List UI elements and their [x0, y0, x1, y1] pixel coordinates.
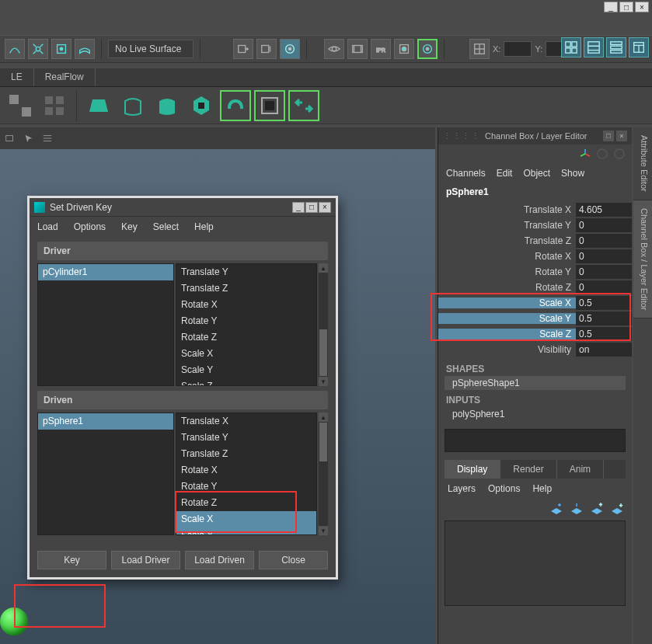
layer-new-icon[interactable] [549, 502, 563, 514]
vp-select-icon[interactable] [22, 131, 36, 145]
list-item[interactable]: Rotate Y [176, 313, 316, 329]
channel-value-input[interactable] [576, 218, 632, 232]
menu-load[interactable]: Load [37, 221, 58, 232]
layers-list[interactable] [445, 520, 626, 606]
render-target-icon[interactable] [417, 39, 438, 59]
dialog-close-button[interactable]: × [319, 202, 331, 213]
channel-value-input[interactable] [576, 249, 632, 263]
channel-label[interactable]: Visibility [438, 344, 576, 355]
list-item[interactable]: pCylinder1 [38, 264, 173, 280]
object-name[interactable]: pSphere1 [438, 183, 632, 200]
menu-show[interactable]: Show [561, 168, 584, 179]
list-item[interactable]: Scale Y [176, 527, 316, 535]
list-item[interactable]: Scale X [176, 511, 316, 527]
tab-display[interactable]: Display [445, 460, 500, 479]
channel-value-input[interactable] [576, 312, 632, 325]
window-min-button[interactable]: _ [604, 2, 618, 12]
close-button[interactable]: Close [259, 551, 328, 569]
list-item[interactable]: Translate Y [176, 264, 316, 280]
fluid-swap-icon[interactable] [288, 90, 319, 121]
expression-field[interactable] [445, 429, 626, 452]
list-item[interactable]: Rotate X [176, 297, 316, 313]
driven-object-list[interactable]: pSphere1 [37, 413, 174, 535]
channel-label[interactable]: Translate Z [438, 235, 576, 246]
channel-label[interactable]: Translate X [438, 204, 576, 215]
scrollbar[interactable]: ▲ ▼ [319, 413, 328, 535]
tab-le[interactable]: LE [0, 68, 34, 86]
circle-icon[interactable] [596, 148, 608, 160]
scroll-down-icon[interactable]: ▼ [319, 526, 328, 535]
coord-x-input[interactable] [504, 41, 532, 57]
tool-settings-icon[interactable] [606, 37, 626, 57]
channel-value-input[interactable] [576, 203, 632, 217]
list-item[interactable]: Rotate X [176, 462, 316, 479]
fluid-connect-icon[interactable] [220, 90, 251, 121]
menu-channels[interactable]: Channels [446, 168, 486, 179]
layer-add-icon[interactable] [570, 502, 584, 514]
drag-handle-icon[interactable]: ⋮⋮⋮⋮ [443, 131, 480, 141]
film-icon[interactable] [347, 39, 368, 59]
panel-layout-icon[interactable] [584, 37, 604, 57]
snap-point-icon[interactable] [28, 39, 48, 59]
construction-history-icon[interactable] [233, 39, 253, 59]
fluid-container-icon[interactable] [117, 90, 148, 121]
snap-surface-icon[interactable] [75, 39, 95, 59]
vp-menu-icon[interactable] [40, 131, 54, 145]
scrollbar[interactable]: ▲ ▼ [319, 263, 328, 386]
grid-layout-icon[interactable] [561, 37, 581, 57]
scroll-thumb[interactable] [319, 423, 327, 461]
ipr-icon[interactable]: IPR [371, 39, 391, 59]
channel-value-input[interactable] [576, 343, 632, 357]
list-item[interactable]: Scale Y [176, 362, 316, 378]
object-sphere[interactable] [0, 607, 28, 635]
fluid-killvol-icon[interactable] [152, 90, 183, 121]
render-icon[interactable] [394, 39, 414, 59]
fluid-playback-icon[interactable] [254, 90, 285, 121]
layer-down-icon[interactable] [610, 502, 624, 514]
list-item[interactable]: Translate Y [176, 430, 316, 446]
panel-dock-icon[interactable]: □ [603, 131, 614, 141]
menu-layers[interactable]: Layers [448, 483, 476, 494]
snap-grid-icon[interactable] [51, 39, 71, 59]
driver-attr-list[interactable]: Translate YTranslate ZRotate XRotate YRo… [176, 263, 317, 386]
channel-value-input[interactable] [576, 327, 632, 341]
driver-object-list[interactable]: pCylinder1 [37, 263, 174, 386]
channel-label[interactable]: Rotate Z [438, 282, 576, 293]
list-item[interactable]: Scale X [176, 346, 316, 362]
tab-anim[interactable]: Anim [557, 460, 604, 479]
load-driven-button[interactable]: Load Driven [185, 551, 254, 569]
channel-value-input[interactable] [576, 234, 632, 248]
driven-attr-list[interactable]: Translate XTranslate YTranslate ZRotate … [176, 413, 317, 535]
menu-options[interactable]: Options [74, 221, 106, 232]
key-button[interactable]: Key [37, 551, 106, 569]
channel-value-input[interactable] [576, 296, 632, 310]
channel-label[interactable]: Rotate Y [438, 266, 576, 277]
menu-help[interactable]: Help [532, 483, 552, 494]
snap-curve-icon[interactable] [5, 39, 25, 59]
vp-camera-icon[interactable] [3, 131, 17, 145]
list-item[interactable]: Translate X [176, 413, 316, 430]
shelf-layout-icon[interactable] [5, 90, 36, 121]
menu-help[interactable]: Help [194, 221, 214, 232]
shelf-grid-icon[interactable] [39, 90, 70, 121]
scroll-thumb[interactable] [319, 329, 327, 376]
list-item[interactable]: Rotate Y [176, 479, 316, 495]
menu-object[interactable]: Object [523, 168, 550, 179]
scroll-up-icon[interactable]: ▲ [319, 263, 328, 273]
eye-icon[interactable] [324, 39, 344, 59]
channel-label[interactable]: Rotate X [438, 251, 576, 262]
channel-label[interactable]: Translate Y [438, 220, 576, 231]
fluid-solver-icon[interactable] [186, 90, 217, 121]
layer-up-icon[interactable] [590, 502, 604, 514]
list-item[interactable]: Rotate Z [176, 495, 316, 511]
list-item[interactable]: Translate Z [176, 280, 316, 297]
side-tab-attribute-editor[interactable]: Attribute Editor [633, 127, 652, 200]
render-settings-icon[interactable] [280, 39, 300, 59]
channel-label[interactable]: Scale X [438, 298, 576, 308]
window-close-button[interactable]: × [635, 2, 649, 12]
live-surface-field[interactable]: No Live Surface [108, 40, 194, 58]
fluid-emitter-icon[interactable] [83, 90, 114, 121]
menu-key[interactable]: Key [121, 221, 138, 232]
scroll-up-icon[interactable]: ▲ [319, 413, 328, 422]
window-max-button[interactable]: □ [619, 2, 633, 12]
